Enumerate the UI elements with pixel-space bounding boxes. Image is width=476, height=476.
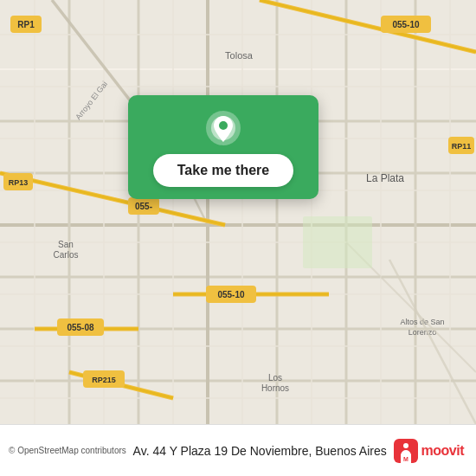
address-label: Av. 44 Y Plaza 19 De Noviembre, Buenos A… [126, 444, 394, 458]
location-card: Take me there [128, 95, 318, 199]
pin-icon [204, 109, 242, 147]
svg-text:055-08: 055-08 [67, 323, 94, 332]
svg-text:Los: Los [268, 373, 282, 383]
svg-text:055-10: 055-10 [392, 20, 420, 29]
map-attribution: © OpenStreetMap contributors [9, 446, 126, 455]
svg-text:RP13: RP13 [9, 178, 29, 187]
svg-rect-0 [0, 0, 476, 424]
svg-text:RP11: RP11 [452, 142, 472, 151]
svg-text:Carlos: Carlos [54, 250, 79, 260]
svg-text:Hornos: Hornos [261, 383, 289, 393]
moovit-text: moovit [421, 443, 464, 459]
take-me-there-button[interactable]: Take me there [153, 154, 293, 187]
svg-text:Tolosa: Tolosa [225, 50, 254, 61]
svg-rect-68 [303, 216, 372, 268]
svg-text:RP1: RP1 [17, 20, 35, 29]
svg-text:San: San [58, 240, 74, 249]
map-container: RP1 055-10 RP11 RP13 055- 055-10 055-08 … [0, 0, 476, 424]
bottom-bar: © OpenStreetMap contributors Av. 44 Y Pl… [0, 424, 476, 476]
svg-text:RP215: RP215 [92, 376, 116, 384]
svg-point-74 [403, 443, 408, 448]
svg-text:055-10: 055-10 [217, 290, 245, 299]
svg-text:La Plata: La Plata [366, 172, 404, 184]
svg-point-72 [219, 121, 228, 130]
moovit-brand-icon: M [394, 439, 418, 463]
moovit-logo: M moovit [394, 439, 464, 463]
svg-text:M: M [403, 456, 408, 462]
svg-text:055-: 055- [135, 202, 152, 211]
